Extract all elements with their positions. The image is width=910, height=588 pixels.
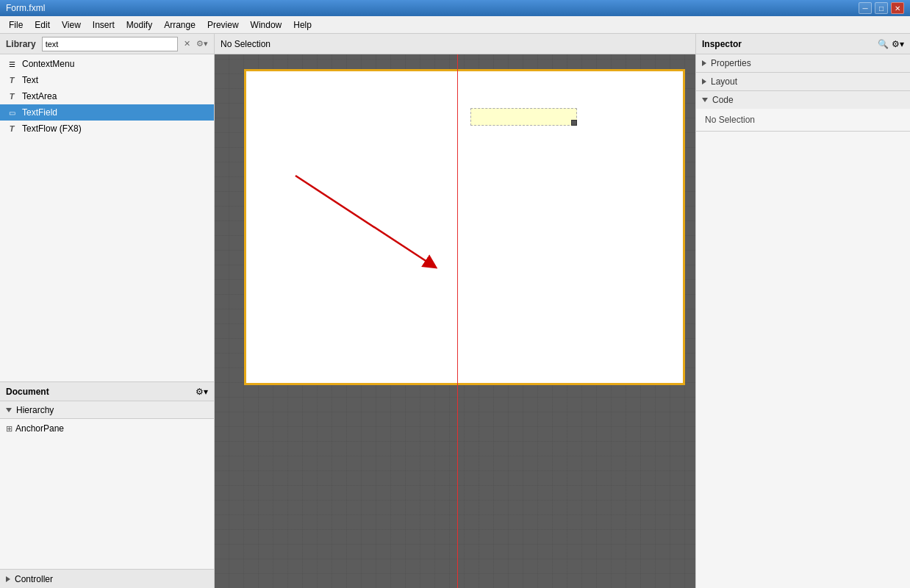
code-label: Code xyxy=(712,95,734,105)
library-item-textfield[interactable]: ▭ TextField xyxy=(0,104,214,121)
textflow-icon: T xyxy=(6,123,18,135)
maximize-button[interactable]: □ xyxy=(875,2,888,14)
hierarchy-area: ⊞ AnchorPane xyxy=(0,419,214,569)
title-bar-controls: ─ □ ✕ xyxy=(859,2,904,14)
library-list: ☰ ContextMenu T Text T TextArea ▭ TextFi… xyxy=(0,54,214,381)
no-selection-label: No Selection xyxy=(221,39,271,49)
inspector-layout-header[interactable]: Layout xyxy=(696,73,910,90)
library-item-textfield-label: TextField xyxy=(22,107,57,118)
inspector-section-code: Code No Selection xyxy=(696,91,910,132)
library-item-contextmenu-label: ContextMenu xyxy=(22,59,74,69)
text-icon: T xyxy=(6,74,18,86)
controller-bar: Controller xyxy=(0,569,214,588)
inspector-title: Inspector xyxy=(702,39,742,49)
main-layout: Library ✕ ⚙▾ ☰ ContextMenu T Text T Text… xyxy=(0,34,910,588)
hierarchy-label: Hierarchy xyxy=(16,405,54,415)
code-collapse-icon xyxy=(702,98,708,102)
canvas-content[interactable] xyxy=(215,54,695,588)
menu-preview[interactable]: Preview xyxy=(201,18,245,32)
textfield-resize-handle[interactable] xyxy=(571,120,577,126)
library-header: Library ✕ ⚙▾ xyxy=(0,34,214,54)
inspector-properties-header[interactable]: Properties xyxy=(696,54,910,72)
controller-label: Controller xyxy=(15,574,53,584)
menu-help[interactable]: Help xyxy=(287,18,318,32)
library-search-input[interactable] xyxy=(42,37,178,51)
inspector-header: Inspector 🔍 ⚙▾ xyxy=(696,34,910,54)
inspector-section-layout: Layout xyxy=(696,73,910,91)
context-menu-icon: ☰ xyxy=(6,58,18,70)
menu-modify[interactable]: Modify xyxy=(121,18,158,32)
library-item-textarea-label: TextArea xyxy=(22,91,57,101)
layout-expand-icon xyxy=(702,79,706,85)
canvas-toolbar: No Selection xyxy=(215,34,695,54)
inspector-search-icon[interactable]: 🔍 xyxy=(878,39,889,49)
menu-view[interactable]: View xyxy=(56,18,87,32)
minimize-button[interactable]: ─ xyxy=(859,2,872,14)
left-panel: Library ✕ ⚙▾ ☰ ContextMenu T Text T Text… xyxy=(0,34,215,588)
red-guideline xyxy=(457,54,458,588)
library-item-contextmenu[interactable]: ☰ ContextMenu xyxy=(0,56,214,72)
textfield-icon: ▭ xyxy=(6,107,18,118)
canvas-area: No Selection xyxy=(215,34,695,588)
library-section: Library ✕ ⚙▾ ☰ ContextMenu T Text T Text… xyxy=(0,34,214,382)
properties-label: Properties xyxy=(711,58,751,68)
hierarchy-anchorpane[interactable]: ⊞ AnchorPane xyxy=(3,422,211,435)
library-title: Library xyxy=(6,39,36,49)
hierarchy-collapse-icon[interactable] xyxy=(6,408,12,412)
library-item-text[interactable]: T Text xyxy=(0,72,214,88)
inspector-gear-icon[interactable]: ⚙▾ xyxy=(892,39,904,49)
title-bar-label: Form.fxml xyxy=(6,3,45,13)
menu-arrange[interactable]: Arrange xyxy=(158,18,201,32)
textarea-icon: T xyxy=(6,90,18,102)
controller-expand-icon[interactable] xyxy=(6,576,10,582)
library-item-textarea[interactable]: T TextArea xyxy=(0,88,214,104)
inspector-panel: Inspector 🔍 ⚙▾ Properties Layout Co xyxy=(695,34,910,588)
menu-window[interactable]: Window xyxy=(245,18,288,32)
title-bar: Form.fxml ─ □ ✕ xyxy=(0,0,910,16)
document-gear-icon[interactable]: ⚙▾ xyxy=(196,387,208,397)
textfield-on-canvas[interactable] xyxy=(470,108,577,126)
form-canvas[interactable] xyxy=(244,69,685,385)
inspector-no-selection: No Selection xyxy=(696,109,910,131)
anchor-pane-label: AnchorPane xyxy=(15,423,64,434)
menu-bar: File Edit View Insert Modify Arrange Pre… xyxy=(0,16,910,34)
properties-expand-icon xyxy=(702,60,706,66)
document-title: Document xyxy=(6,387,49,397)
menu-insert[interactable]: Insert xyxy=(87,18,121,32)
document-header: Document ⚙▾ xyxy=(0,382,214,401)
library-item-text-label: Text xyxy=(22,75,38,85)
library-gear-icon[interactable]: ⚙▾ xyxy=(196,39,208,49)
library-item-textflow-label: TextFlow (FX8) xyxy=(22,123,82,134)
library-search-clear[interactable]: ✕ xyxy=(184,39,190,49)
menu-file[interactable]: File xyxy=(3,18,29,32)
close-button[interactable]: ✕ xyxy=(891,2,904,14)
layout-label: Layout xyxy=(711,76,737,87)
anchor-pane-icon: ⊞ xyxy=(6,424,12,434)
inspector-code-header[interactable]: Code xyxy=(696,91,910,109)
hierarchy-row-header: Hierarchy xyxy=(0,401,214,419)
menu-edit[interactable]: Edit xyxy=(29,18,56,32)
inspector-icons: 🔍 ⚙▾ xyxy=(878,39,904,49)
document-section: Document ⚙▾ Hierarchy ⊞ AnchorPane Contr… xyxy=(0,382,214,588)
library-item-textflow[interactable]: T TextFlow (FX8) xyxy=(0,121,214,137)
inspector-section-properties: Properties xyxy=(696,54,910,73)
